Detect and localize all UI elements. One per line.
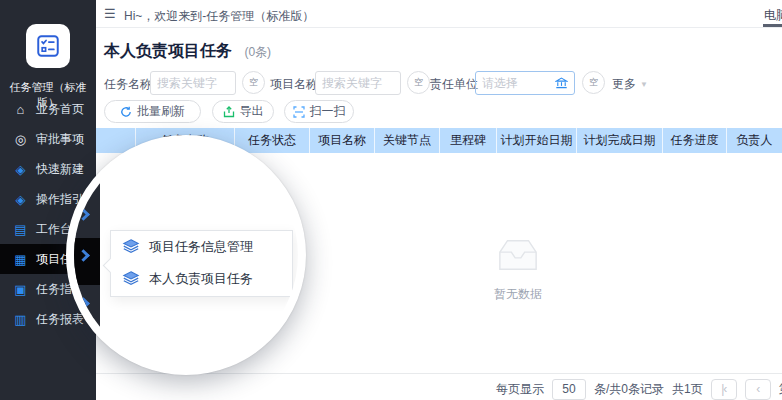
worklist-icon: ▤ (13, 223, 28, 236)
empty-box-icon (491, 234, 545, 276)
submenu-popup: 项目任务信息管理 本人负责项目任务 (110, 230, 293, 297)
sidebar-item-label: 任务报表 (36, 311, 84, 328)
page-head: 本人负责项目任务 (0条) (104, 41, 271, 62)
submenu-item-label: 项目任务信息管理 (149, 238, 253, 256)
prev-page-icon: ‹ (756, 382, 759, 396)
empty-state: 暂无数据 (478, 234, 558, 303)
more-filters-link[interactable]: 更多▼ (612, 76, 648, 93)
sidebar-item-quick-create[interactable]: ◈ 快速新建 (0, 154, 96, 184)
responsible-unit-label: 责任单位 (430, 76, 478, 93)
column-task-progress[interactable]: 任务进度 (663, 128, 727, 153)
column-owner[interactable]: 负责人 (727, 128, 782, 153)
export-button[interactable]: 导出 (212, 100, 274, 123)
submenu-item-project-task-info[interactable]: 项目任务信息管理 (111, 231, 292, 263)
magnifier-overlay: 项目任务信息管理 本人负责项目任务 (66, 135, 306, 375)
bank-icon (555, 77, 568, 90)
first-page-icon: |‹ (721, 382, 726, 396)
topbar: ☰ Hi~，欢迎来到-任务管理（标准版） 电脑 (96, 0, 782, 28)
export-icon (223, 106, 235, 118)
pagination-bar: 每页显示 条/共0条记录 共1页 |‹ ‹ 第 (496, 378, 782, 400)
column-key-node[interactable]: 关键节点 (375, 128, 440, 153)
scan-button[interactable]: 扫一扫 (284, 100, 354, 123)
clear-project-name-button[interactable]: 空 (407, 71, 430, 94)
page-title: 本人负责项目任务 (104, 42, 232, 59)
column-plan-end-date[interactable]: 计划完成日期 (577, 128, 663, 153)
sidebar-item-label: 快速新建 (36, 161, 84, 178)
per-page-label: 每页显示 (496, 381, 544, 398)
tab-active-underline (763, 24, 782, 27)
responsible-unit-select[interactable] (475, 71, 575, 95)
magnified-active-item (74, 238, 100, 285)
total-pages: 共1页 (672, 381, 703, 398)
chevron-down-icon: ▼ (640, 80, 648, 89)
column-plan-start-date[interactable]: 计划开始日期 (497, 128, 577, 153)
empty-state-text: 暂无数据 (478, 286, 558, 303)
submenu-item-label: 本人负责项目任务 (149, 270, 253, 288)
welcome-text: Hi~，欢迎来到-任务管理（标准版） (124, 8, 314, 25)
records-summary: 条/共0条记录 (594, 381, 664, 398)
app-logo (26, 24, 70, 68)
column-project-name[interactable]: 项目名称 (310, 128, 375, 153)
first-page-button[interactable]: |‹ (711, 379, 737, 400)
task-name-label: 任务名称 (104, 76, 152, 93)
checklist-logo-icon (35, 33, 61, 59)
project-name-input[interactable] (315, 71, 401, 95)
prev-page-button[interactable]: ‹ (745, 379, 771, 400)
sidebar-item-label: 审批事项 (36, 131, 84, 148)
approval-icon: ◎ (13, 133, 28, 146)
project-task-icon: ▦ (13, 253, 28, 266)
clear-responsible-unit-button[interactable]: 空 (582, 71, 605, 94)
layers-icon (122, 270, 140, 288)
scan-icon (293, 106, 305, 118)
record-count-badge: (0条) (244, 45, 271, 59)
sidebar-item-business-home[interactable]: ⌂ 业务首页 (0, 94, 96, 124)
sidebar-item-label: 业务首页 (36, 101, 84, 118)
task-report-icon: ▥ (13, 313, 28, 326)
sidebar-item-approvals[interactable]: ◎ 审批事项 (0, 124, 96, 154)
task-name-input[interactable] (150, 71, 236, 95)
refresh-icon (120, 106, 132, 118)
submenu-item-my-project-tasks[interactable]: 本人负责项目任务 (111, 263, 292, 295)
per-page-input[interactable] (552, 379, 586, 400)
layers-icon (122, 238, 140, 256)
column-task-status[interactable]: 任务状态 (235, 128, 310, 153)
batch-refresh-button[interactable]: 批量刷新 (104, 100, 201, 123)
task-assign-icon: ▣ (13, 283, 28, 296)
tab-pc-version[interactable]: 电脑 (764, 7, 782, 24)
magnifier-view: 项目任务信息管理 本人负责项目任务 (74, 143, 298, 367)
guide-icon: ◈ (13, 193, 28, 206)
clear-task-name-button[interactable]: 空 (242, 71, 265, 94)
column-milestone[interactable]: 里程碑 (440, 128, 497, 153)
quick-create-icon: ◈ (13, 163, 28, 176)
project-name-label: 项目名称 (270, 76, 318, 93)
home-icon: ⌂ (13, 103, 28, 116)
responsible-unit-input[interactable] (482, 76, 551, 90)
app-window: { "app": { "logo_label": "任务管理（标准版）" }, … (0, 0, 782, 400)
hamburger-menu-icon[interactable]: ☰ (104, 6, 116, 21)
